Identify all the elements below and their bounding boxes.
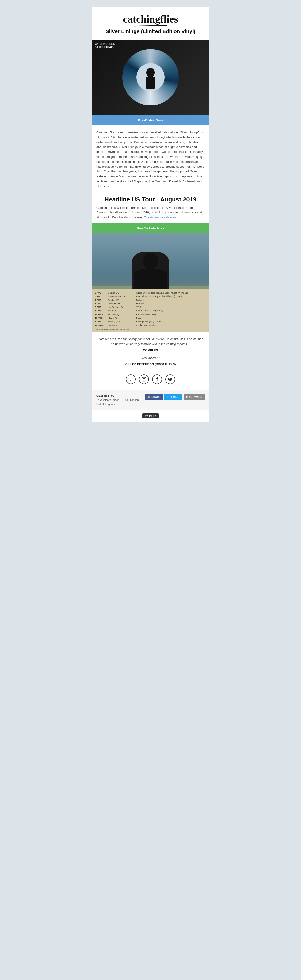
footer-address-line2: United Kingdom [96, 403, 115, 406]
instagram-icon[interactable] [139, 374, 149, 384]
tour-city: San Francisco, CA [108, 295, 136, 298]
facebook-icon[interactable]: f [152, 374, 162, 384]
tour-date: 8 AUG [95, 302, 108, 305]
brand-name: catchingflies [123, 13, 178, 25]
tour-dates-table: 2 AUG Denver, CO Wings Over the Rockies … [92, 289, 209, 332]
svg-point-0 [146, 68, 155, 77]
tour-date: 7 AUG [95, 299, 108, 302]
vinyl-inner [136, 63, 165, 91]
tour-date: 17 AUG [95, 320, 108, 323]
mailerlite-logo[interactable]: mailer lite [142, 413, 159, 418]
svg-rect-6 [142, 377, 146, 381]
social-icons: ♪ f [92, 371, 209, 390]
email-container: catchingflies Silver Linings (Limited Ed… [92, 7, 209, 422]
footer-address: Catching Flies 1a Westgate Street, E8 3R… [96, 394, 139, 406]
tour-date-row: 8 AUG Portland, OR Holocene [95, 302, 206, 305]
tour-venue: Fairmount/Newspeak [136, 313, 206, 317]
logo-swash [134, 25, 167, 26]
tour-date: 2 AUG [95, 291, 108, 295]
tour-city: Brooklyn, NY [108, 320, 136, 323]
tour-date-row: 9 AUG Los Angeles, CA 1720 [95, 305, 206, 309]
share-button[interactable]: 👍 SHARE [145, 394, 163, 400]
tour-city: Boston, MA [108, 324, 136, 327]
tour-image: CATCHING FLIES SILVER LININGS · HEADLINE… [92, 234, 209, 332]
svg-point-8 [145, 378, 145, 379]
tour-venue: Shambhala Festival (DJ Set) [136, 309, 206, 313]
tour-date-row: 18 AUG Boston, MA Middle East Upstairs [95, 324, 206, 327]
svg-point-7 [143, 378, 145, 380]
buy-tickets-button[interactable]: Buy Tickets Now [92, 223, 209, 234]
tour-date-row: 14 AUG Montreal, QC Fairmount/Newspeak [95, 313, 206, 317]
tour-venue: Floyd [136, 317, 206, 320]
tour-venue: Holocene [136, 302, 206, 305]
tour-venue: Brooklyn Mirage* (DJ Set) [136, 320, 206, 323]
tour-date-row: 7 AUG Seattle, WA Barboza [95, 299, 206, 302]
tour-date-row: 17 AUG Brooklyn, NY Brooklyn Mirage* (DJ… [95, 320, 206, 323]
quote-2: 'Yep! Killer! 5*' GILLES PETERSON (BBC6 … [96, 356, 205, 366]
tour-date-row: 16 AUG Miami, FL Floyd [95, 317, 206, 320]
tour-date-row: 3 AUG San Francisco, CA An Outdoor Block… [95, 295, 206, 298]
quote-1-text: 'With fans in just about every pocket of… [96, 337, 205, 347]
spotify-icon[interactable]: ♪ [126, 374, 136, 384]
tour-venue: An Outdoor Block Party at The Midway* (D… [136, 295, 206, 298]
footer-address-line1: 1a Westgate Street, E8 3RL, London [96, 399, 139, 401]
footer-company: Catching Flies [96, 394, 139, 398]
tour-venue: 1720 [136, 305, 206, 309]
footer-actions: 👍 SHARE 🐦 TWEET ▶ FORWARD [145, 394, 205, 400]
tour-city: Portland, OR [108, 302, 136, 305]
brand-logo: catchingflies [123, 14, 178, 26]
tour-date: 14 AUG [95, 313, 108, 317]
mailerlite-badge: mailer lite [92, 410, 209, 422]
pre-order-button[interactable]: Pre-Order Now [92, 115, 209, 126]
tour-venue: Barboza [136, 299, 206, 302]
tour-date: 18 AUG [95, 324, 108, 327]
tour-date: 11 AUG [95, 309, 108, 313]
svg-rect-1 [146, 77, 155, 89]
tour-date: 3 AUG [95, 295, 108, 298]
silhouette-svg [142, 65, 159, 89]
header: catchingflies Silver Linings (Limited Ed… [92, 7, 209, 40]
tickets-link[interactable]: Tickets are on sale now. [144, 216, 177, 219]
tour-heading: Headline US Tour - August 2019 [92, 194, 209, 205]
quote-1: 'With fans in just about every pocket of… [96, 337, 205, 352]
tour-footnote: *performing at Bonobo's OUTLIER event [95, 328, 206, 330]
tour-city: Salmo, BC [108, 309, 136, 313]
svg-point-2 [143, 253, 158, 270]
tour-date-row: 11 AUG Salmo, BC Shambhala Festival (DJ … [95, 309, 206, 313]
tour-date-row: 2 AUG Denver, CO Wings Over the Rockies … [95, 291, 206, 295]
album-title: Silver Linings (Limited Edition Vinyl) [96, 29, 205, 35]
tour-venue: Middle East Upstairs [136, 324, 206, 327]
tour-city: Los Angeles, CA [108, 305, 136, 309]
quote-2-source: GILLES PETERSON (BBC6 MUSIC) [96, 362, 205, 366]
tour-city: Denver, CO [108, 291, 136, 295]
twitter-icon[interactable] [165, 374, 175, 384]
mailerlite-text: mailer lite [145, 415, 156, 417]
tour-venue: Wings Over the Rockies Air & Space Museu… [136, 291, 206, 295]
album-image-inner: CATCHING FLIESSILVER LININGS [92, 40, 209, 115]
tour-date: 16 AUG [95, 317, 108, 320]
tour-intro: Catching Flies will be performing live a… [92, 205, 209, 223]
quotes-section: 'With fans in just about every pocket of… [92, 332, 209, 371]
tour-city: Miami, FL [108, 317, 136, 320]
forward-button[interactable]: ▶ FORWARD [184, 394, 205, 400]
quote-2-text: 'Yep! Killer! 5*' [96, 356, 205, 361]
album-label-overlay: CATCHING FLIESSILVER LININGS [95, 43, 115, 49]
vinyl-circle [122, 49, 179, 105]
album-image: CATCHING FLIESSILVER LININGS [92, 40, 209, 115]
tour-city: Montreal, QC [108, 313, 136, 317]
description-text: Catching Flies is set to release his lon… [92, 126, 209, 194]
footer: Catching Flies 1a Westgate Street, E8 3R… [92, 390, 209, 410]
tour-date: 9 AUG [95, 305, 108, 309]
quote-1-source: COMPLEX [96, 348, 205, 352]
tour-city: Seattle, WA [108, 299, 136, 302]
tweet-button[interactable]: 🐦 TWEET [164, 394, 183, 400]
